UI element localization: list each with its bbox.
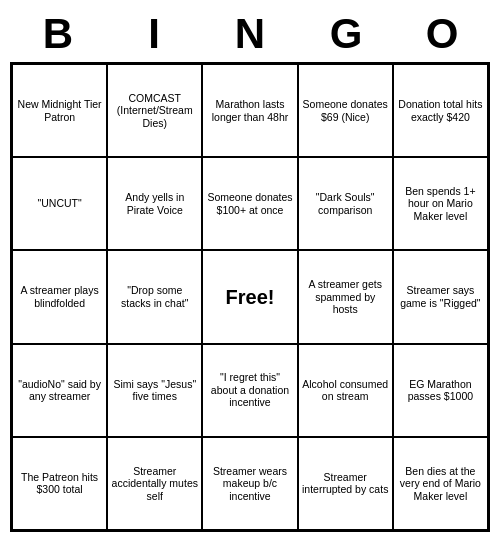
bingo-cell-14[interactable]: Streamer says game is "Rigged" [393, 250, 488, 343]
bingo-grid: New Midnight Tier PatronCOMCAST (Interne… [10, 62, 490, 532]
bingo-cell-16[interactable]: Simi says "Jesus" five times [107, 344, 202, 437]
bingo-cell-17[interactable]: "I regret this" about a donation incenti… [202, 344, 297, 437]
bingo-cell-8[interactable]: "Dark Souls" comparison [298, 157, 393, 250]
bingo-cell-6[interactable]: Andy yells in Pirate Voice [107, 157, 202, 250]
bingo-cell-9[interactable]: Ben spends 1+ hour on Mario Maker level [393, 157, 488, 250]
letter-o: O [398, 10, 486, 58]
bingo-cell-7[interactable]: Someone donates $100+ at once [202, 157, 297, 250]
bingo-cell-19[interactable]: EG Marathon passes $1000 [393, 344, 488, 437]
bingo-cell-11[interactable]: "Drop some stacks in chat" [107, 250, 202, 343]
bingo-cell-0[interactable]: New Midnight Tier Patron [12, 64, 107, 157]
letter-i: I [110, 10, 198, 58]
bingo-cell-5[interactable]: "UNCUT" [12, 157, 107, 250]
bingo-cell-4[interactable]: Donation total hits exactly $420 [393, 64, 488, 157]
letter-n: N [206, 10, 294, 58]
bingo-cell-13[interactable]: A streamer gets spammed by hosts [298, 250, 393, 343]
bingo-cell-23[interactable]: Streamer interrupted by cats [298, 437, 393, 530]
bingo-cell-18[interactable]: Alcohol consumed on stream [298, 344, 393, 437]
bingo-cell-15[interactable]: "audioNo" said by any streamer [12, 344, 107, 437]
bingo-cell-1[interactable]: COMCAST (Internet/Stream Dies) [107, 64, 202, 157]
bingo-cell-22[interactable]: Streamer wears makeup b/c incentive [202, 437, 297, 530]
bingo-title-row: B I N G O [10, 10, 490, 58]
bingo-cell-20[interactable]: The Patreon hits $300 total [12, 437, 107, 530]
bingo-cell-24[interactable]: Ben dies at the very end of Mario Maker … [393, 437, 488, 530]
letter-b: B [14, 10, 102, 58]
bingo-cell-10[interactable]: A streamer plays blindfolded [12, 250, 107, 343]
bingo-cell-21[interactable]: Streamer accidentally mutes self [107, 437, 202, 530]
letter-g: G [302, 10, 390, 58]
bingo-cell-2[interactable]: Marathon lasts longer than 48hr [202, 64, 297, 157]
bingo-cell-3[interactable]: Someone donates $69 (Nice) [298, 64, 393, 157]
bingo-cell-12[interactable]: Free! [202, 250, 297, 343]
